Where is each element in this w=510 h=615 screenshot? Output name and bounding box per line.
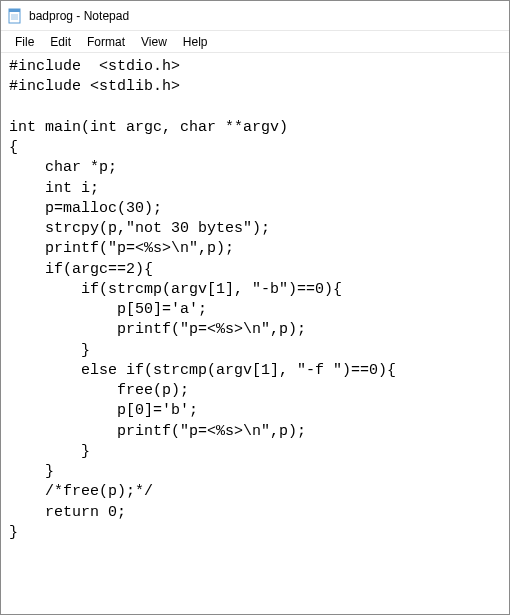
window-title: badprog - Notepad — [29, 9, 129, 23]
menu-edit[interactable]: Edit — [42, 33, 79, 51]
menu-view[interactable]: View — [133, 33, 175, 51]
notepad-icon — [7, 8, 23, 24]
menu-file[interactable]: File — [7, 33, 42, 51]
menubar: File Edit Format View Help — [1, 31, 509, 53]
titlebar[interactable]: badprog - Notepad — [1, 1, 509, 31]
menu-help[interactable]: Help — [175, 33, 216, 51]
text-editor[interactable]: #include <stdio.h> #include <stdlib.h> i… — [1, 53, 509, 614]
notepad-window: badprog - Notepad File Edit Format View … — [0, 0, 510, 615]
svg-rect-1 — [9, 9, 20, 12]
menu-format[interactable]: Format — [79, 33, 133, 51]
